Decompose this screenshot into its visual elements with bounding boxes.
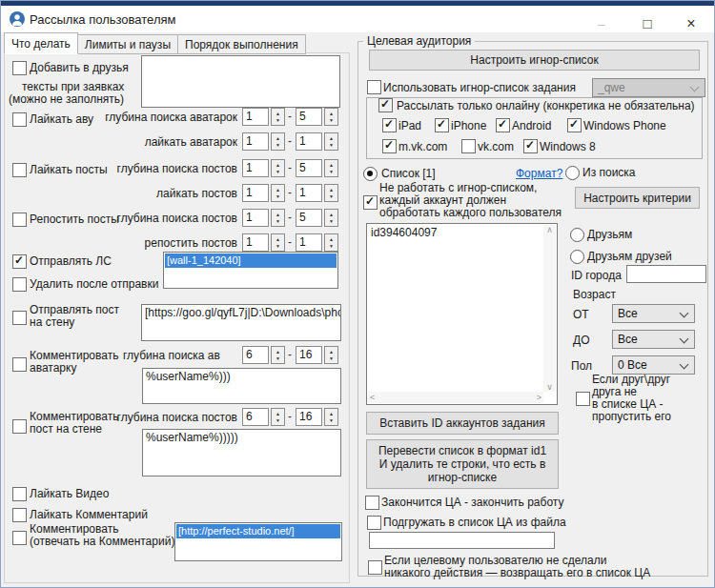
friends-of-friends-radio[interactable]	[570, 250, 584, 264]
spinner-arrows[interactable]: ▲▼	[324, 346, 338, 364]
spinner-arrows[interactable]: ▲▼	[271, 132, 285, 151]
city-id-input[interactable]	[626, 265, 706, 283]
spin-value[interactable]: 1	[296, 132, 322, 151]
tab-execution-order[interactable]: Порядок выполнения	[178, 34, 306, 54]
spin-up-icon[interactable]: ▲	[276, 136, 280, 141]
spinner-arrows[interactable]: ▲▼	[324, 159, 338, 177]
like-comment-checkbox[interactable]	[12, 508, 27, 522]
like-avatar-checkbox[interactable]	[12, 112, 27, 127]
posts-depth-to-spinner[interactable]: 5 ▲▼	[296, 159, 338, 177]
spinner-arrows[interactable]: ▲▼	[324, 233, 338, 252]
spinner-arrows[interactable]: ▲▼	[324, 209, 338, 227]
spin-up-icon[interactable]: ▲	[329, 213, 334, 217]
horizontal-scrollbar[interactable]: < >	[368, 392, 543, 403]
repost-depth-to-spinner[interactable]: 5 ▲▼	[296, 209, 338, 227]
spin-down-icon[interactable]: ▼	[276, 244, 280, 249]
comment-reply-checkbox[interactable]	[12, 531, 27, 545]
platform-windows-phone-checkbox[interactable]	[567, 118, 582, 132]
spin-down-icon[interactable]: ▼	[329, 418, 334, 423]
send-pm-checkbox[interactable]	[12, 254, 27, 269]
avatar-count-from-spinner[interactable]: 1 ▲▼	[242, 132, 285, 151]
spin-down-icon[interactable]: ▼	[329, 194, 334, 199]
no-ignore-list-checkbox[interactable]	[363, 195, 378, 210]
spin-value[interactable]: 16	[296, 346, 322, 364]
age-from-combobox[interactable]: Все	[612, 304, 695, 323]
platform-mvk-checkbox[interactable]	[382, 139, 397, 153]
comment-avatar-depth-from-spinner[interactable]: 6 ▲▼	[242, 346, 285, 364]
spin-value[interactable]: 1	[242, 108, 269, 126]
comment-avatar-checkbox[interactable]	[12, 357, 27, 372]
vertical-scrollbar[interactable]: ∧ ∨	[543, 225, 556, 392]
use-ignore-list-checkbox[interactable]	[367, 80, 381, 94]
spin-value[interactable]: 1	[296, 184, 322, 202]
platform-vk-checkbox[interactable]	[461, 139, 476, 153]
posts-count-to-spinner[interactable]: 1 ▲▼	[296, 184, 338, 202]
posts-depth-from-spinner[interactable]: 1 ▲▼	[242, 159, 285, 177]
spin-value[interactable]: 5	[296, 209, 322, 227]
age-to-combobox[interactable]: Все	[612, 330, 695, 349]
posts-count-from-spinner[interactable]: 1 ▲▼	[242, 184, 285, 202]
spin-down-icon[interactable]: ▼	[276, 143, 280, 148]
spin-value[interactable]: 1	[242, 209, 269, 227]
scroll-down-icon[interactable]: ∨	[546, 382, 553, 392]
spin-value[interactable]: 1	[242, 184, 269, 202]
search-source-radio[interactable]	[565, 166, 580, 180]
online-only-checkbox[interactable]	[378, 98, 393, 112]
like-posts-checkbox[interactable]	[12, 163, 27, 177]
avatar-depth-to-spinner[interactable]: 5 ▲▼	[296, 108, 338, 126]
repost-count-from-spinner[interactable]: 1 ▲▼	[242, 233, 285, 252]
spin-up-icon[interactable]: ▲	[329, 163, 334, 168]
spinner-arrows[interactable]: ▲▼	[324, 132, 338, 151]
platform-ipad-checkbox[interactable]	[382, 118, 397, 132]
close-button[interactable]: ×	[674, 10, 708, 36]
wall-post-text-field[interactable]: [https://goo.gl/qyfL7j|D:\Downloads\phot…	[141, 304, 341, 341]
comment-reply-item[interactable]: [http://perfect-studio.net/]	[176, 524, 340, 538]
spin-value[interactable]: 16	[296, 408, 322, 426]
target-list-textarea[interactable]: id394604097 ∧ ∨ < >	[366, 223, 558, 405]
comment-wall-checkbox[interactable]	[12, 419, 27, 434]
avatar-comment-textarea[interactable]: %userName%)))	[142, 368, 341, 404]
ignore-list-combobox[interactable]: _qwe	[592, 78, 705, 97]
comment-wall-depth-to-spinner[interactable]: 16 ▲▼	[296, 408, 338, 426]
comment-reply-listbox[interactable]: [http://perfect-studio.net/]	[174, 522, 342, 561]
spin-up-icon[interactable]: ▲	[329, 350, 334, 355]
spin-down-icon[interactable]: ▼	[329, 244, 334, 249]
list-source-radio[interactable]	[363, 167, 378, 181]
platform-iphone-checkbox[interactable]	[435, 118, 449, 132]
spinner-arrows[interactable]: ▲▼	[271, 159, 285, 177]
maximize-button[interactable]: □	[630, 10, 664, 36]
spin-up-icon[interactable]: ▲	[276, 188, 280, 193]
spin-down-icon[interactable]: ▼	[329, 219, 334, 224]
spin-value[interactable]: 5	[296, 108, 322, 126]
scroll-right-icon[interactable]: >	[537, 393, 541, 402]
spin-down-icon[interactable]: ▼	[276, 356, 280, 361]
spin-up-icon[interactable]: ▲	[276, 350, 280, 355]
spin-up-icon[interactable]: ▲	[276, 213, 280, 217]
spin-down-icon[interactable]: ▼	[329, 143, 334, 148]
like-video-checkbox[interactable]	[12, 487, 27, 501]
spinner-arrows[interactable]: ▲▼	[271, 108, 285, 126]
scroll-up-icon[interactable]: ∧	[546, 225, 553, 234]
add-friends-checkbox[interactable]	[12, 61, 27, 75]
file-path-input[interactable]	[369, 532, 555, 549]
spin-down-icon[interactable]: ▼	[329, 170, 334, 174]
return-user-checkbox[interactable]	[368, 560, 382, 575]
spin-down-icon[interactable]: ▼	[276, 418, 280, 423]
gender-combobox[interactable]: 0 Все	[612, 355, 695, 375]
spin-down-icon[interactable]: ▼	[276, 118, 280, 123]
spinner-arrows[interactable]: ▲▼	[271, 233, 285, 252]
spinner-arrows[interactable]: ▲▼	[324, 108, 338, 126]
spin-up-icon[interactable]: ▲	[276, 237, 280, 242]
tab-what-to-do[interactable]: Что делать	[4, 32, 78, 54]
spin-up-icon[interactable]: ▲	[329, 136, 334, 141]
spin-down-icon[interactable]: ▼	[276, 170, 280, 174]
minimize-button[interactable]: –	[584, 10, 619, 36]
platform-android-checkbox[interactable]	[496, 118, 510, 132]
spin-value[interactable]: 6	[242, 346, 269, 364]
spin-up-icon[interactable]: ▲	[329, 412, 334, 416]
spin-up-icon[interactable]: ▲	[276, 112, 280, 116]
comment-wall-depth-from-spinner[interactable]: 6 ▲▼	[242, 408, 285, 426]
spinner-arrows[interactable]: ▲▼	[271, 346, 285, 364]
avatar-count-to-spinner[interactable]: 1 ▲▼	[296, 132, 338, 151]
finish-when-done-checkbox[interactable]	[365, 496, 379, 510]
